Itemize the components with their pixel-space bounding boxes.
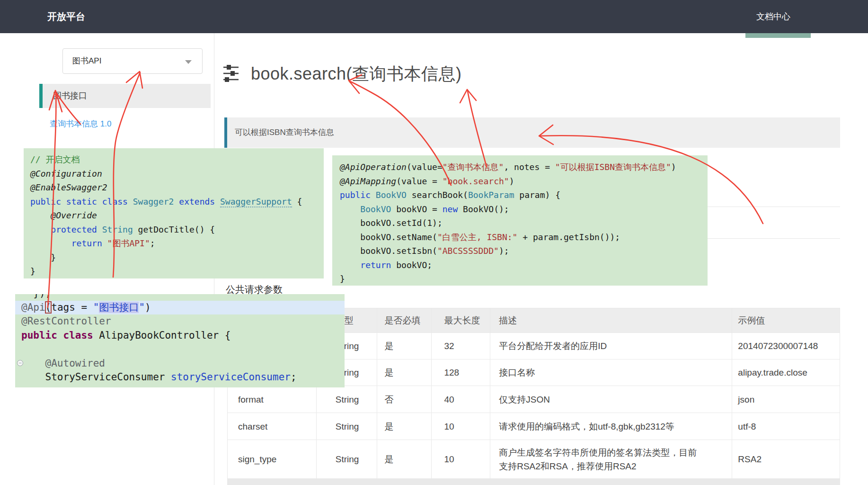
code-line: return bookVO; bbox=[332, 258, 708, 272]
table-cell: 仅支持JSON bbox=[490, 386, 732, 413]
table-cell: RSA2 bbox=[732, 440, 840, 478]
code-line: public class AlipayBookController { bbox=[15, 329, 345, 343]
table-header-cell: 是否必填 bbox=[377, 308, 432, 332]
code-line: @ApiMapping(value = "book.search") bbox=[332, 174, 708, 189]
table-cell: sign_type bbox=[228, 440, 317, 478]
search-method-snippet: @ApiOperation(value="查询书本信息", notes = "可… bbox=[332, 155, 708, 286]
sliders-icon bbox=[223, 64, 239, 84]
code-line: } bbox=[24, 251, 324, 265]
code-line: @Override bbox=[24, 208, 324, 223]
table-cell: 10 bbox=[432, 413, 490, 440]
api-dropdown[interactable]: 图书API bbox=[62, 48, 203, 74]
table-cell: 请求使用的编码格式，如utf-8,gbk,gb2312等 bbox=[490, 413, 732, 440]
api-dropdown-value: 图书API bbox=[72, 49, 101, 73]
table-row: sign_typeString是10商户生成签名字符串所使用的签名算法类型，目前… bbox=[228, 440, 840, 479]
table-row: charsetString是10请求使用的编码格式，如utf-8,gbk,gb2… bbox=[228, 413, 840, 440]
nav-doc-center[interactable]: 文档中心 bbox=[756, 0, 790, 33]
sidebar-item-book-interface[interactable]: 图书接口 bbox=[39, 84, 211, 108]
table-cell: 接口名称 bbox=[490, 359, 732, 386]
table-cell: 是 bbox=[377, 440, 432, 478]
table-cell: 商户生成签名字符串所使用的签名算法类型，目前 支持RSA2和RSA，推荐使用RS… bbox=[490, 440, 732, 478]
table-cell: 32 bbox=[432, 333, 490, 359]
table-cell: 是 bbox=[377, 413, 432, 440]
table-header-cell: 示例值 bbox=[732, 308, 840, 332]
info-banner: 可以根据ISBN查询书本信息 bbox=[224, 117, 840, 148]
page-title: book.search(查询书本信息) bbox=[251, 63, 462, 86]
table-cell: utf-8 bbox=[732, 413, 840, 440]
code-line: StoryServiceConsumer storyServiceConsume… bbox=[15, 370, 345, 385]
table-cell: 128 bbox=[432, 359, 490, 386]
table-cell: String bbox=[317, 413, 377, 440]
table-header-cell: 描述 bbox=[490, 308, 732, 332]
table-cell: 40 bbox=[432, 386, 490, 413]
table-cell: 是 bbox=[377, 359, 432, 386]
chevron-down-icon bbox=[185, 60, 192, 64]
table-cell: String bbox=[317, 386, 377, 413]
table-cell: alipay.trade.close bbox=[732, 359, 840, 386]
table-cell: 2014072300007148 bbox=[732, 333, 840, 359]
code-line: @RestController bbox=[15, 314, 345, 329]
sidebar-item-label: 图书接口 bbox=[53, 84, 87, 108]
code-line: } bbox=[24, 264, 324, 278]
code-line: public BookVO searchBook(BookParam param… bbox=[332, 188, 708, 202]
code-line: bookVO.setIsbn("ABCSSSSDDD"); bbox=[332, 244, 708, 258]
code-line: @ApiOperation(value="查询书本信息", notes = "可… bbox=[332, 160, 708, 174]
table-clipped-row bbox=[227, 479, 840, 485]
brand-title: 开放平台 bbox=[47, 0, 85, 33]
code-line bbox=[15, 342, 345, 357]
code-line: @Configuration bbox=[24, 167, 324, 181]
table-cell: json bbox=[732, 386, 840, 413]
code-line: bookVO.setName("白雪公主, ISBN:" + param.get… bbox=[332, 230, 708, 244]
code-line: bookVO.setId(1); bbox=[332, 216, 708, 230]
controller-class-snippet: });@Api(tags = "图书接口")@RestControllerpub… bbox=[15, 294, 345, 387]
swagger-config-snippet: // 开启文档@Configuration@EnableSwagger2publ… bbox=[24, 148, 324, 278]
code-line: // 开启文档 bbox=[24, 153, 324, 167]
code-line: BookVO bookVO = new BookVO(); bbox=[332, 202, 708, 216]
divider-line bbox=[708, 207, 840, 207]
code-line: @EnableSwagger2 bbox=[24, 180, 324, 195]
code-fold-icon[interactable]: − bbox=[17, 360, 23, 366]
code-line: return "图书API"; bbox=[24, 236, 324, 251]
table-cell: charset bbox=[228, 413, 317, 440]
table-cell: format bbox=[228, 386, 317, 413]
sidebar-link-version[interactable]: 查询书本信息 1.0 bbox=[50, 118, 111, 129]
page: 开放平台 文档中心 图书API 图书接口 查询书本信息 1.0 book.sea… bbox=[0, 0, 868, 485]
code-line: @Api(tags = "图书接口") bbox=[15, 301, 345, 315]
table-cell: String bbox=[317, 440, 377, 478]
info-banner-text: 可以根据ISBN查询书本信息 bbox=[235, 117, 334, 148]
code-line: public static class Swagger2 extends Swa… bbox=[24, 195, 324, 209]
table-cell: 否 bbox=[377, 386, 432, 413]
code-line: } bbox=[332, 272, 708, 286]
code-line: @Autowired bbox=[15, 357, 345, 371]
table-cell: 10 bbox=[432, 440, 490, 478]
divider-line bbox=[708, 238, 840, 239]
active-tab-indicator bbox=[745, 33, 811, 38]
table-row: formatString否40仅支持JSONjson bbox=[228, 386, 840, 413]
table-cell: 是 bbox=[377, 333, 432, 359]
code-line: protected String getDocTitle() { bbox=[24, 223, 324, 237]
table-header-cell: 最大长度 bbox=[432, 308, 490, 332]
top-bar: 开放平台 文档中心 bbox=[0, 0, 868, 33]
table-cell: 平台分配给开发者的应用ID bbox=[490, 333, 732, 359]
code-line: }); bbox=[15, 294, 345, 301]
